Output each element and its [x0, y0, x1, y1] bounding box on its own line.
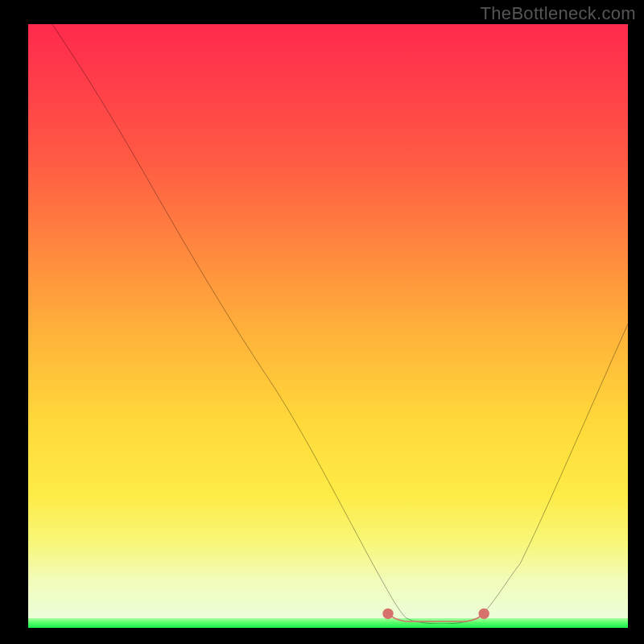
bottleneck-curve [52, 24, 628, 624]
optimal-range-marker-end-left [382, 609, 393, 619]
optimal-range-marker-end-right [478, 609, 489, 619]
curve-layer [28, 24, 628, 624]
plot-area [28, 24, 628, 628]
chart-frame: TheBottleneck.com [0, 0, 644, 644]
watermark-text: TheBottleneck.com [481, 3, 636, 24]
optimal-range-marker [388, 613, 484, 621]
